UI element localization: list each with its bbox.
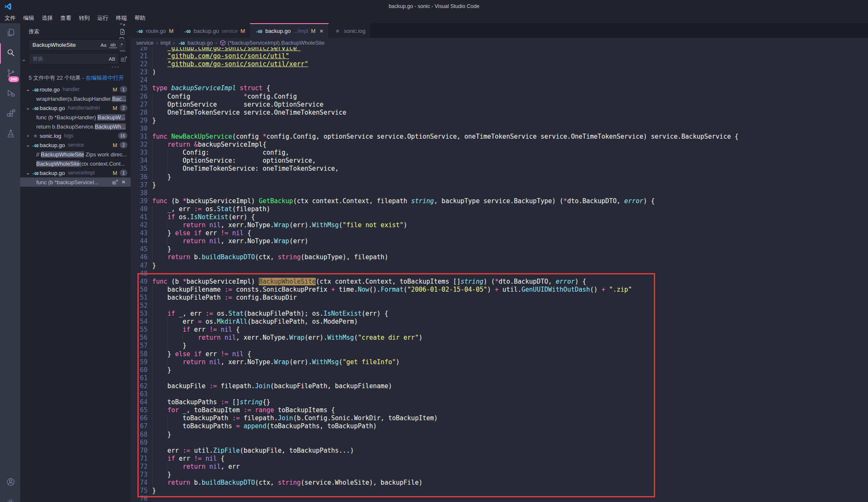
line-number[interactable]: 23 xyxy=(131,68,148,76)
code-line-63[interactable]: 63 xyxy=(131,390,868,398)
dismiss-icon[interactable]: ✕ xyxy=(120,178,127,186)
line-number[interactable]: 58 xyxy=(131,350,148,358)
line-number[interactable]: 66 xyxy=(131,414,148,422)
activity-item-explorer[interactable] xyxy=(0,23,20,43)
search-result-match-row[interactable]: func (b *BackupHandler) BackupW... xyxy=(20,113,131,122)
line-number[interactable]: 39 xyxy=(131,197,148,205)
code-line-64[interactable]: 64 toBackupPaths := []string{} xyxy=(131,398,868,406)
line-number[interactable]: 44 xyxy=(131,237,148,245)
code-line-60[interactable]: 60 } xyxy=(131,366,868,374)
search-result-file-row[interactable]: ⌄-GOroute.gohandlerM1 xyxy=(20,85,131,94)
line-number[interactable]: 68 xyxy=(131,431,148,439)
code-line-29[interactable]: 29} xyxy=(131,117,868,125)
menu-item-选择[interactable]: 选择 xyxy=(38,13,56,23)
line-number[interactable]: 53 xyxy=(131,310,148,318)
line-number[interactable]: 76 xyxy=(131,495,148,502)
menu-item-运行[interactable]: 运行 xyxy=(94,13,112,23)
line-number[interactable]: 71 xyxy=(131,455,148,463)
line-number[interactable]: 69 xyxy=(131,439,148,447)
line-number[interactable]: 32 xyxy=(131,141,148,149)
line-number[interactable]: 75 xyxy=(131,487,148,495)
code-line-41[interactable]: 41 if os.IsNotExist(err) { xyxy=(131,213,868,221)
search-result-match-row[interactable]: // BackupWholeSite Zips work direc... xyxy=(20,150,131,159)
code-line-76[interactable]: 76 xyxy=(131,495,868,502)
line-number[interactable]: 30 xyxy=(131,125,148,133)
code-line-38[interactable]: 38 xyxy=(131,189,868,197)
line-number[interactable]: 54 xyxy=(131,318,148,326)
open-in-editor-link[interactable]: 在编辑器中打开 xyxy=(86,75,124,81)
line-number[interactable]: 52 xyxy=(131,302,148,310)
search-result-match-row[interactable]: func (b *backupServiceI...✕ xyxy=(20,177,131,187)
toggle-replace-chevron-icon[interactable]: ⌄ xyxy=(21,56,26,62)
line-number[interactable]: 56 xyxy=(131,334,148,342)
menu-item-终端[interactable]: 终端 xyxy=(112,13,131,23)
line-number[interactable]: 25 xyxy=(131,84,148,92)
line-number[interactable]: 31 xyxy=(131,133,148,141)
tab-route.go[interactable]: -GOroute.goM xyxy=(131,23,179,38)
line-number[interactable]: 43 xyxy=(131,229,148,237)
code-line-54[interactable]: 54 err = os.MkdirAll(backupFilePath, os.… xyxy=(131,318,868,326)
line-number[interactable]: 74 xyxy=(131,479,148,487)
open-new-search-editor-icon[interactable] xyxy=(118,27,126,36)
code-line-35[interactable]: 35 OneTimeTokenService: oneTimeTokenServ… xyxy=(131,165,868,173)
code-line-23[interactable]: 23) xyxy=(131,68,868,76)
line-number[interactable]: 57 xyxy=(131,342,148,350)
code-line-52[interactable]: 52 xyxy=(131,302,868,310)
line-number[interactable]: 62 xyxy=(131,382,148,390)
line-number[interactable]: 40 xyxy=(131,205,148,213)
line-number[interactable]: 49 xyxy=(131,278,148,286)
search-result-file-row[interactable]: ⌄-GObackup.goservice/implM1 xyxy=(20,168,131,177)
clear-search-results-icon[interactable] xyxy=(118,23,126,27)
code-line-36[interactable]: 36 } xyxy=(131,173,868,181)
code-line-68[interactable]: 68 } xyxy=(131,431,868,439)
line-number[interactable]: 34 xyxy=(131,157,148,165)
code-line-28[interactable]: 28 OneTimeTokenService service.OneTimeTo… xyxy=(131,109,868,117)
line-number[interactable]: 36 xyxy=(131,173,148,181)
breadcrumb-item[interactable]: -GObackup.go xyxy=(177,40,213,46)
line-number[interactable]: 55 xyxy=(131,326,148,334)
code-line-44[interactable]: 44 return nil, xerr.NoType.Wrap(err) xyxy=(131,237,868,245)
tab-backup.go[interactable]: -GObackup.go.../implM✕ xyxy=(250,23,328,38)
chevron-down-icon[interactable]: ⌄ xyxy=(24,170,31,176)
code-line-20[interactable]: 20 "github.com/go-sonic/sonic/service" xyxy=(131,47,868,52)
activity-item-settings[interactable] xyxy=(0,493,20,502)
activity-item-extensions[interactable] xyxy=(0,104,20,124)
line-number[interactable]: 63 xyxy=(131,390,148,398)
code-line-62[interactable]: 62 backupFile := filepath.Join(backupFil… xyxy=(131,382,868,390)
code-line-33[interactable]: 33 Config: config, xyxy=(131,149,868,157)
line-number[interactable]: 35 xyxy=(131,165,148,173)
code-line-57[interactable]: 57 } xyxy=(131,342,868,350)
match-case-button[interactable]: Aa xyxy=(99,42,108,48)
search-result-file-row[interactable]: ›≡sonic.loglogs16 xyxy=(20,131,131,140)
code-line-50[interactable]: 50 backupFilename := consts.SonicBackupP… xyxy=(131,286,868,294)
code-line-34[interactable]: 34 OptionService: optionService, xyxy=(131,157,868,165)
line-number[interactable]: 33 xyxy=(131,149,148,157)
code-line-46[interactable]: 46 return b.buildBackupDTO(ctx, string(b… xyxy=(131,253,868,261)
code-line-37[interactable]: 37} xyxy=(131,181,868,189)
line-number[interactable]: 64 xyxy=(131,398,148,406)
breadcrumb-item[interactable]: impl xyxy=(161,40,171,46)
line-number[interactable]: 70 xyxy=(131,447,148,455)
code-line-66[interactable]: 66 toBackupPath := filepath.Join(b.Confi… xyxy=(131,414,868,422)
activity-item-search[interactable] xyxy=(0,43,20,64)
menu-item-查看[interactable]: 查看 xyxy=(56,13,75,23)
code-line-71[interactable]: 71 if err != nil { xyxy=(131,455,868,463)
code-line-56[interactable]: 56 return nil, xerr.NoType.Wrap(err).Wit… xyxy=(131,334,868,342)
activity-item-run-debug[interactable] xyxy=(0,84,20,104)
code-line-42[interactable]: 42 return nil, xerr.NoType.Wrap(err).Wit… xyxy=(131,221,868,229)
line-number[interactable]: 29 xyxy=(131,117,148,125)
replace-all-button[interactable] xyxy=(121,54,127,64)
menu-item-帮助[interactable]: 帮助 xyxy=(131,13,149,23)
line-number[interactable]: 27 xyxy=(131,101,148,109)
line-number[interactable]: 67 xyxy=(131,422,148,430)
regex-button[interactable]: .* xyxy=(118,42,124,48)
code-line-40[interactable]: 40 _, err := os.Stat(filepath) xyxy=(131,205,868,213)
activity-item-account[interactable] xyxy=(0,472,20,493)
line-number[interactable]: 60 xyxy=(131,366,148,374)
line-number[interactable]: 38 xyxy=(131,189,148,197)
code-line-72[interactable]: 72 return nil, err xyxy=(131,463,868,471)
search-result-match-row[interactable]: BackupWholeSite(ctx context.Cont... xyxy=(20,159,131,168)
code-line-53[interactable]: 53 if _, err := os.Stat(backupFilePath);… xyxy=(131,310,868,318)
code-line-58[interactable]: 58 } else if err != nil { xyxy=(131,350,868,358)
code-line-67[interactable]: 67 toBackupPaths = append(toBackupPaths,… xyxy=(131,422,868,430)
